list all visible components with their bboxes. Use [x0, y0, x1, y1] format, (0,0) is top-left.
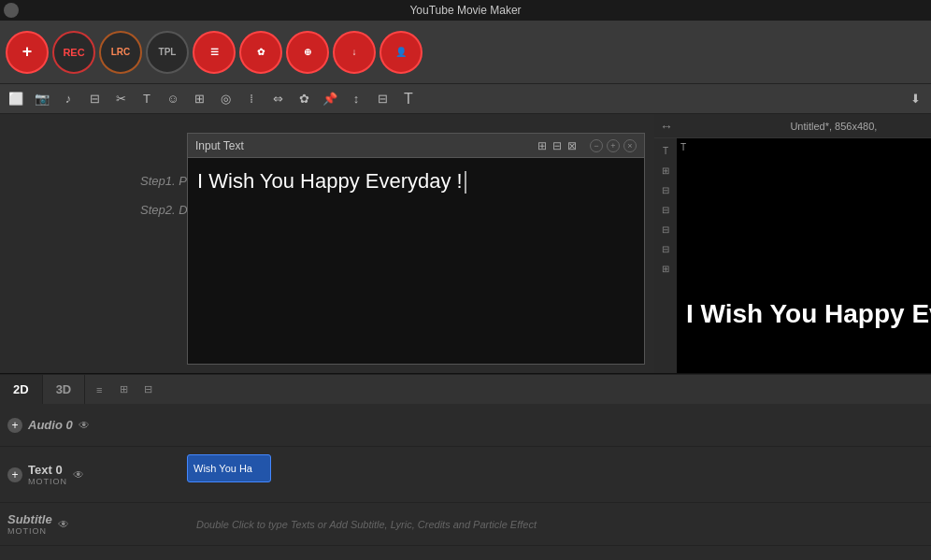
person-icon: 👤	[395, 47, 407, 57]
app-title: YouTube Movie Maker	[409, 4, 521, 17]
audio-label-col: Audio 0	[28, 418, 73, 432]
subtitle-label-col: Subtitle Motion	[7, 512, 52, 536]
trim-icon[interactable]: ✂	[110, 89, 131, 109]
timeline-tracks: Wish You Ha Double Click to type Texts o…	[187, 404, 931, 560]
flower-icon: ✿	[257, 47, 265, 57]
preview-header: ↔ Untitled*, 856x480,	[654, 114, 931, 138]
emoji-icon[interactable]: ☺	[163, 89, 183, 109]
tl-grid-icon[interactable]: ⊞	[113, 380, 134, 400]
text-label: Text 0	[28, 463, 67, 477]
graffiti-track-row: Double Click to Add Graffiti	[187, 546, 931, 560]
tl-list-icon[interactable]: ≡	[89, 380, 109, 400]
preview-text: I Wish You Happy Every	[686, 299, 931, 329]
record-icon: ⊕	[304, 47, 311, 57]
preview-watermark: T	[680, 142, 686, 152]
bar-icon[interactable]: ⊟	[372, 89, 393, 109]
side-bar-icon[interactable]: ⊟	[657, 201, 674, 218]
rec-button[interactable]: REC	[52, 31, 95, 74]
dialog-controls: ⊞ ⊟ ⊠ − + ×	[537, 139, 637, 152]
flower-button[interactable]: ✿	[239, 31, 282, 74]
audio-track-row	[187, 404, 931, 447]
track-subtitle: Subtitle Motion 👁	[0, 503, 187, 546]
screen-icon[interactable]: ⬜	[6, 89, 26, 109]
audio-label: Audio 0	[28, 418, 73, 432]
text-sub-label: MOTION	[28, 477, 67, 486]
flower2-icon[interactable]: ✿	[294, 89, 314, 109]
text-clip[interactable]: Wish You Ha	[187, 454, 271, 482]
arrows-icon[interactable]: ⇔	[267, 89, 288, 109]
dialog-text-content: I Wish You Happy Everyday !	[197, 167, 635, 196]
split-icon[interactable]: ⊟	[84, 89, 105, 109]
tpl-button[interactable]: TPL	[146, 31, 189, 74]
camera-icon[interactable]: 📷	[32, 89, 52, 109]
dialog-title: Input Text	[195, 139, 244, 152]
dialog-win-buttons: − + ×	[590, 139, 637, 152]
add-button[interactable]: +	[6, 31, 49, 74]
subtitle-sub-label: Motion	[7, 526, 52, 536]
tab-3d[interactable]: 3D	[43, 375, 86, 404]
dialog-ctrl-3[interactable]: ⊠	[567, 139, 577, 152]
text-cursor	[465, 171, 466, 194]
down-button[interactable]: ↓	[333, 31, 376, 74]
side-text-icon[interactable]: T	[657, 142, 674, 159]
app-icon	[4, 3, 19, 18]
text-eye-icon[interactable]: 👁	[73, 468, 84, 481]
track-text: + Text 0 MOTION 👁	[0, 447, 187, 503]
resize-arrows-icon: ↔	[660, 119, 673, 134]
circle-icon[interactable]: ◎	[215, 89, 236, 109]
dialog-textarea[interactable]: I Wish You Happy Everyday !	[188, 158, 644, 364]
dialog-ctrl-2[interactable]: ⊟	[552, 139, 562, 152]
move-icon[interactable]: ↕	[346, 89, 366, 109]
subtitle-eye-icon[interactable]: 👁	[58, 518, 69, 531]
person-button[interactable]: 👤	[380, 31, 423, 74]
pin-icon[interactable]: 📌	[320, 89, 340, 109]
timeline-section: 2D 3D ≡ ⊞ ⊟ + Audio 0 👁 + Text 0	[0, 373, 931, 560]
second-toolbar: ⬜ 📷 ♪ ⊟ ✂ T ☺ ⊞ ◎ ⁞ ⇔ ✿ 📌 ↕ ⊟ T ⬇	[0, 84, 931, 114]
track-labels: + Audio 0 👁 + Text 0 MOTION 👁 Subtitle	[0, 404, 187, 560]
subtitle-track-row: Double Click to type Texts or Add Subtit…	[187, 503, 931, 546]
subtitle-hint: Double Click to type Texts or Add Subtit…	[196, 519, 537, 530]
tab-2d[interactable]: 2D	[0, 375, 43, 404]
dots-icon[interactable]: ⁞	[241, 89, 262, 109]
download-icon: ↓	[352, 47, 357, 57]
dialog-close-button[interactable]: ×	[623, 139, 637, 152]
top-toolbar: + REC LRC TPL ☰ ✿ ⊕ ↓ 👤	[0, 21, 931, 84]
dialog-minimize-button[interactable]: −	[590, 139, 603, 152]
text-label-col: Text 0 MOTION	[28, 463, 67, 486]
file-info: Untitled*, 856x480,	[680, 121, 931, 132]
side-crop-icon[interactable]: ⊟	[657, 181, 674, 198]
side-fit-icon[interactable]: ⊞	[657, 162, 674, 179]
grid-icon[interactable]: ⊞	[189, 89, 209, 109]
audio-add-button[interactable]: +	[7, 418, 22, 433]
timeline-tabs: 2D 3D ≡ ⊞ ⊟	[0, 374, 931, 404]
lrc-button[interactable]: LRC	[99, 31, 142, 74]
dialog-maximize-button[interactable]: +	[607, 139, 620, 152]
download2-icon[interactable]: ⬇	[905, 89, 925, 109]
track-audio: + Audio 0 👁	[0, 404, 187, 447]
side-grid2-icon[interactable]: ⊞	[657, 260, 674, 277]
clip-label: Wish You Ha	[193, 463, 252, 474]
side-chart-icon[interactable]: ⊟	[657, 221, 674, 237]
side-frame-icon[interactable]: ⊟	[657, 240, 674, 257]
rec2-button[interactable]: ⊕	[286, 31, 329, 74]
track-graffiti: Graffiti 👁	[0, 546, 187, 560]
input-text-dialog: Input Text ⊞ ⊟ ⊠ − + × I Wish You Happy …	[187, 133, 645, 365]
music-icon[interactable]: ♪	[58, 89, 79, 109]
text-track-row: Wish You Ha	[187, 447, 931, 503]
text-add-button[interactable]: +	[7, 467, 22, 482]
subtitle-label: Subtitle	[7, 512, 52, 526]
title-bar: YouTube Movie Maker	[0, 0, 931, 21]
list-icon: ☰	[210, 47, 219, 57]
dialog-text: I Wish You Happy Everyday !	[197, 169, 463, 193]
dialog-ctrl-1[interactable]: ⊞	[537, 139, 547, 152]
text-icon[interactable]: T	[136, 89, 157, 109]
tl-col-icon[interactable]: ⊟	[137, 380, 158, 400]
text2-icon[interactable]: T	[398, 89, 419, 109]
list-button[interactable]: ☰	[193, 31, 236, 74]
timeline-content: + Audio 0 👁 + Text 0 MOTION 👁 Subtitle	[0, 404, 931, 560]
dialog-title-bar: Input Text ⊞ ⊟ ⊠ − + ×	[188, 134, 644, 158]
audio-eye-icon[interactable]: 👁	[79, 419, 90, 432]
